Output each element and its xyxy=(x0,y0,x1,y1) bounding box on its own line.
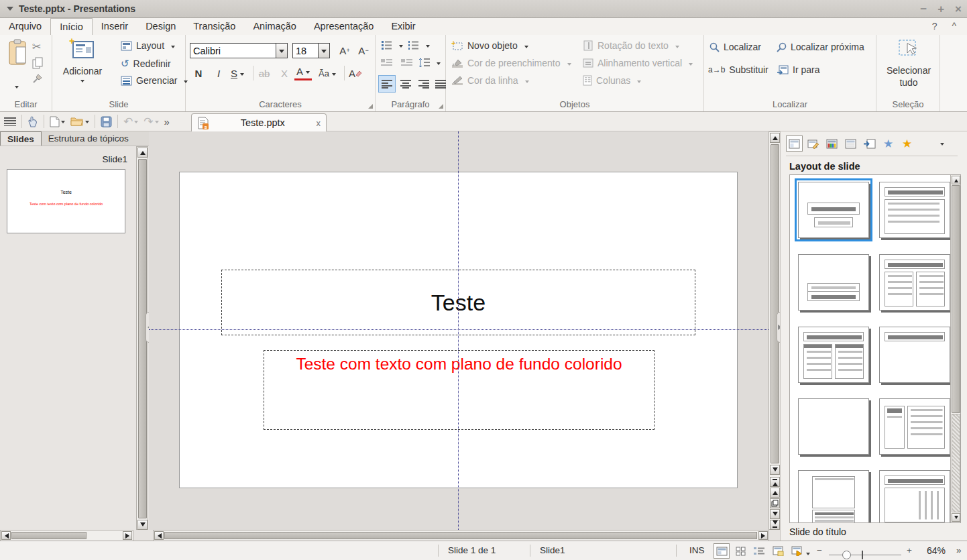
redefinir-button[interactable]: ↺ Redefinir xyxy=(121,58,171,70)
substituir-button[interactable]: a→b Substituir xyxy=(708,64,769,75)
minimize-button[interactable]: − xyxy=(920,1,927,17)
increase-font-button[interactable]: A+ xyxy=(336,42,353,59)
alinhamento-vertical-button[interactable]: Alinhamento vertical xyxy=(583,58,693,68)
slide-position-indicator[interactable]: Slide 1 de 1 xyxy=(448,545,496,555)
align-right-button[interactable] xyxy=(415,75,433,93)
paragrafo-dialog-launcher[interactable] xyxy=(439,104,443,109)
redo-button[interactable]: ↷ xyxy=(144,115,158,129)
horizontal-guide-line[interactable] xyxy=(149,329,769,330)
layout-option-vertical-text[interactable] xyxy=(879,470,950,523)
bullet-list-button[interactable] xyxy=(381,40,403,50)
slide-navigator-button[interactable] xyxy=(770,498,780,508)
canvas-scrollbar-thumb[interactable] xyxy=(771,144,779,463)
bold-button[interactable]: N xyxy=(190,64,207,82)
panel-horizontal-scrollbar[interactable] xyxy=(0,530,133,541)
tab-apresentacao[interactable]: Apresentação xyxy=(305,18,382,35)
font-name-input[interactable] xyxy=(190,44,276,58)
layout-scroll-up-button[interactable] xyxy=(952,176,960,184)
layout-option-title-slide[interactable] xyxy=(798,182,869,238)
vertical-guide-line[interactable] xyxy=(458,131,459,530)
canvas-scroll-left-button[interactable] xyxy=(154,531,164,540)
layout-option-content-caption[interactable] xyxy=(879,398,950,455)
canvas-scroll-down-button[interactable] xyxy=(770,465,780,475)
zoom-in-button[interactable]: + xyxy=(907,545,912,555)
layout-option-two-content[interactable] xyxy=(879,254,950,311)
copy-icon[interactable] xyxy=(32,57,44,69)
change-case-button[interactable]: Ãa xyxy=(319,64,336,82)
zoom-out-button[interactable]: − xyxy=(817,545,822,555)
layout-option-title-only[interactable] xyxy=(879,327,950,383)
colunas-button[interactable]: Colunas xyxy=(583,75,641,86)
insert-mode-indicator[interactable]: INS xyxy=(689,545,705,555)
panel-hscrollbar-thumb[interactable] xyxy=(11,532,87,539)
tab-animacao[interactable]: Animação xyxy=(244,18,304,35)
layout-option-title-content[interactable] xyxy=(879,182,950,238)
canvas-scroll-up-button[interactable] xyxy=(770,133,780,143)
body-placeholder[interactable]: Teste com texto com plano de fundo color… xyxy=(264,350,655,430)
font-color-button[interactable]: A xyxy=(294,64,312,80)
cut-icon[interactable]: ✂ xyxy=(32,40,41,53)
rotacao-texto-button[interactable]: Rotação do texto xyxy=(583,40,679,51)
app-menu-icon[interactable] xyxy=(7,7,13,14)
document-tab[interactable]: s Teste.pptx x xyxy=(191,113,327,131)
sidebar-toolbar-dropdown-icon[interactable] xyxy=(940,143,944,148)
toolbar-overflow-button[interactable]: » xyxy=(164,116,170,127)
help-button[interactable]: ? xyxy=(932,18,937,35)
normal-view-button[interactable] xyxy=(714,543,730,559)
caracteres-dialog-launcher[interactable] xyxy=(368,104,373,109)
sidebar-tool-master[interactable] xyxy=(842,135,859,152)
italic-button[interactable]: I xyxy=(210,64,227,82)
font-name-combo[interactable] xyxy=(190,43,288,58)
tab-inserir[interactable]: Inserir xyxy=(93,18,137,35)
subscript-button[interactable]: X xyxy=(276,64,293,82)
maximize-button[interactable]: + xyxy=(937,1,944,17)
layout-option-blank[interactable] xyxy=(798,398,869,455)
zoom-slider-track[interactable] xyxy=(829,555,901,555)
tab-slides[interactable]: Slides xyxy=(0,131,42,146)
layout-option-centered-text[interactable] xyxy=(798,254,869,311)
font-name-dropdown-icon[interactable] xyxy=(276,44,287,58)
underline-button[interactable]: S xyxy=(229,64,246,82)
sidebar-tool-effects-icon[interactable]: ★ xyxy=(899,135,915,152)
clear-formatting-button[interactable]: A xyxy=(347,64,364,82)
tab-arquivo[interactable]: Arquivo xyxy=(0,18,50,35)
layout-list-scrollbar[interactable] xyxy=(950,175,960,522)
slide-sorter-view-button[interactable] xyxy=(732,543,748,559)
slide-canvas[interactable]: Teste Teste com texto com plano de fundo… xyxy=(149,131,769,530)
tab-transicao[interactable]: Transição xyxy=(184,18,244,35)
font-size-dropdown-icon[interactable] xyxy=(318,44,329,58)
cor-preenchimento-button[interactable]: Cor de preenchimento xyxy=(451,58,571,68)
panel-scroll-right-button[interactable] xyxy=(123,531,132,540)
decrease-indent-button[interactable] xyxy=(401,58,412,67)
first-slide-button[interactable] xyxy=(770,477,780,487)
font-size-combo[interactable] xyxy=(292,43,330,58)
sidebar-tool-color-scheme[interactable] xyxy=(823,135,840,152)
align-center-button[interactable] xyxy=(397,75,414,93)
sidebar-tool-design[interactable] xyxy=(805,135,821,152)
layout-scrollbar-thumb[interactable] xyxy=(952,185,960,413)
document-tab-close[interactable]: x xyxy=(317,118,321,128)
close-button[interactable]: × xyxy=(955,1,962,17)
outline-view-button[interactable] xyxy=(751,543,767,559)
collapse-ribbon-button[interactable]: ^ xyxy=(952,18,956,35)
zoom-level-indicator[interactable]: 64% xyxy=(927,545,946,556)
canvas-hscrollbar-thumb[interactable] xyxy=(164,532,757,539)
sidebar-tool-layouts[interactable] xyxy=(786,135,803,152)
line-spacing-button[interactable] xyxy=(418,58,441,68)
decrease-font-button[interactable]: A− xyxy=(355,42,372,59)
slide-name-indicator[interactable]: Slide1 xyxy=(540,545,565,555)
zoom-slider-thumb[interactable] xyxy=(842,551,851,559)
canvas-horizontal-scrollbar[interactable] xyxy=(153,530,769,541)
tab-exibir[interactable]: Exibir xyxy=(382,18,424,35)
previous-slide-button[interactable] xyxy=(770,488,780,498)
font-size-input[interactable] xyxy=(293,44,318,58)
pan-hand-icon[interactable] xyxy=(27,116,38,127)
notes-view-button[interactable] xyxy=(770,543,786,559)
strikethrough-button[interactable]: ab xyxy=(255,64,273,82)
open-button[interactable] xyxy=(70,116,89,127)
save-icon[interactable] xyxy=(101,116,112,127)
next-slide-button[interactable] xyxy=(770,509,780,519)
tab-inicio[interactable]: Início xyxy=(50,18,93,35)
canvas-scroll-right-button[interactable] xyxy=(758,531,768,540)
slideshow-dropdown-icon[interactable] xyxy=(806,553,810,557)
